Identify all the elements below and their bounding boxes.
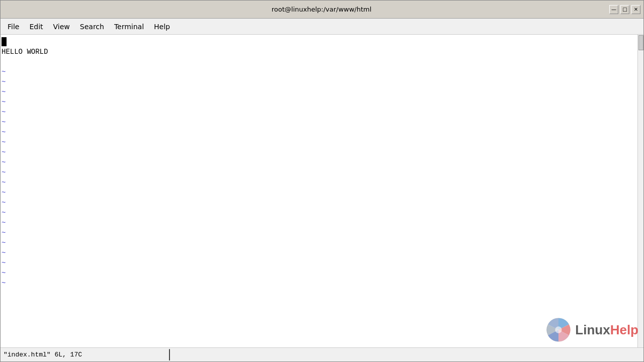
maximize-button[interactable]: □ [620,5,629,14]
status-text: "index.html" 6L, 17C [4,351,82,358]
tilde-14: ~ [2,198,642,208]
tilde-13: ~ [2,188,642,198]
scrollbar[interactable] [637,35,643,347]
menu-help[interactable]: Help [149,21,175,33]
tilde-9: ~ [2,147,642,157]
content-line: HELLO WORLD [2,47,642,57]
terminal-body[interactable]: HELLO WORLD ~ ~ ~ ~ ~ ~ ~ ~ ~ ~ ~ ~ ~ ~ … [1,35,643,347]
title-bar: root@linuxhelp:/var/www/html — □ ✕ [1,1,643,19]
terminal-window: root@linuxhelp:/var/www/html — □ ✕ File … [0,0,644,362]
tilde-10: ~ [2,157,642,167]
status-bar: "index.html" 6L, 17C │ [1,347,643,361]
status-cursor-icon: │ [167,349,173,360]
svg-point-1 [555,326,562,333]
menu-bar: File Edit View Search Terminal Help [1,19,643,35]
cursor-line [2,37,642,47]
watermark: LinuxHelp [546,317,638,342]
tilde-6: ~ [2,117,642,127]
menu-terminal[interactable]: Terminal [109,21,149,33]
tilde-18: ~ [2,238,642,248]
watermark-label: LinuxHelp [575,322,638,338]
menu-search[interactable]: Search [75,21,109,33]
tilde-17: ~ [2,228,642,238]
close-button[interactable]: ✕ [631,5,640,14]
tilde-8: ~ [2,137,642,147]
window-controls: — □ ✕ [609,5,640,14]
window-title: root@linuxhelp:/var/www/html [34,6,609,13]
tilde-20: ~ [2,258,642,268]
tilde-12: ~ [2,177,642,188]
empty-line [2,57,642,67]
menu-view[interactable]: View [48,21,75,33]
scrollbar-thumb[interactable] [638,35,643,50]
tilde-16: ~ [2,218,642,228]
linuxhelp-logo-icon [546,317,571,342]
tilde-4: ~ [2,97,642,107]
tilde-7: ~ [2,127,642,137]
tilde-2: ~ [2,77,642,87]
tilde-lines: ~ ~ ~ ~ ~ ~ ~ ~ ~ ~ ~ ~ ~ ~ ~ ~ ~ ~ ~ ~ [2,67,642,288]
tilde-21: ~ [2,268,642,278]
tilde-3: ~ [2,87,642,97]
tilde-19: ~ [2,248,642,258]
menu-file[interactable]: File [3,21,24,33]
terminal-content-area[interactable]: HELLO WORLD ~ ~ ~ ~ ~ ~ ~ ~ ~ ~ ~ ~ ~ ~ … [1,35,643,347]
text-cursor [2,37,7,46]
menu-edit[interactable]: Edit [24,21,48,33]
tilde-5: ~ [2,107,642,117]
tilde-1: ~ [2,67,642,77]
tilde-11: ~ [2,167,642,177]
tilde-22: ~ [2,278,642,288]
minimize-button[interactable]: — [609,5,618,14]
tilde-15: ~ [2,208,642,218]
